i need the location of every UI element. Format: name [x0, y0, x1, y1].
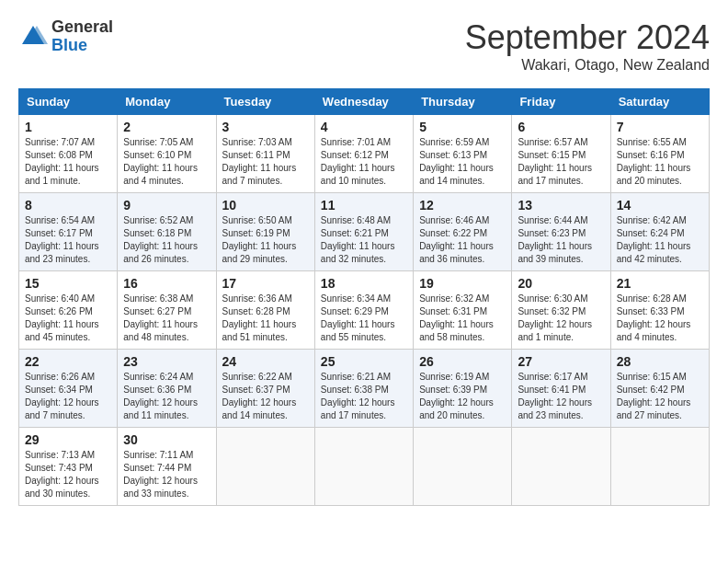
- calendar-cell: 1Sunrise: 7:07 AM Sunset: 6:08 PM Daylig…: [19, 115, 118, 193]
- day-number: 27: [518, 354, 604, 369]
- calendar-cell: [512, 428, 610, 506]
- day-number: 9: [123, 198, 210, 213]
- day-number: 17: [222, 276, 309, 291]
- day-number: 4: [321, 120, 407, 134]
- month-title: September 2024: [465, 18, 710, 57]
- day-info: Sunrise: 6:28 AM Sunset: 6:33 PM Dayligh…: [617, 293, 703, 344]
- calendar-cell: 23Sunrise: 6:24 AM Sunset: 6:36 PM Dayli…: [118, 350, 216, 428]
- weekday-header-friday: Friday: [512, 89, 610, 115]
- calendar-cell: 14Sunrise: 6:42 AM Sunset: 6:24 PM Dayli…: [610, 193, 709, 271]
- calendar-cell: 27Sunrise: 6:17 AM Sunset: 6:41 PM Dayli…: [512, 350, 610, 428]
- day-info: Sunrise: 6:30 AM Sunset: 6:32 PM Dayligh…: [518, 293, 604, 344]
- title-block: September 2024 Wakari, Otago, New Zealan…: [465, 18, 710, 74]
- day-info: Sunrise: 6:50 AM Sunset: 6:19 PM Dayligh…: [222, 214, 309, 266]
- calendar-header-row: SundayMondayTuesdayWednesdayThursdayFrid…: [19, 89, 710, 115]
- day-info: Sunrise: 6:19 AM Sunset: 6:39 PM Dayligh…: [419, 371, 506, 422]
- calendar-cell: 22Sunrise: 6:26 AM Sunset: 6:34 PM Dayli…: [19, 350, 118, 428]
- logo-blue-text: Blue: [51, 37, 113, 55]
- day-info: Sunrise: 6:44 AM Sunset: 6:23 PM Dayligh…: [518, 214, 604, 266]
- calendar-cell: 16Sunrise: 6:38 AM Sunset: 6:27 PM Dayli…: [118, 271, 216, 350]
- day-info: Sunrise: 6:55 AM Sunset: 6:16 PM Dayligh…: [617, 136, 703, 188]
- calendar-cell: [414, 428, 512, 506]
- calendar-cell: 30Sunrise: 7:11 AM Sunset: 7:44 PM Dayli…: [118, 428, 216, 506]
- weekday-header-thursday: Thursday: [414, 89, 512, 115]
- day-info: Sunrise: 6:24 AM Sunset: 6:36 PM Dayligh…: [123, 371, 210, 422]
- logo-general-text: General: [51, 18, 113, 37]
- calendar-week-row: 1Sunrise: 7:07 AM Sunset: 6:08 PM Daylig…: [19, 115, 710, 193]
- day-number: 21: [617, 276, 703, 291]
- day-number: 11: [321, 198, 407, 213]
- calendar-cell: 6Sunrise: 6:57 AM Sunset: 6:15 PM Daylig…: [512, 115, 610, 193]
- day-number: 23: [123, 354, 210, 369]
- calendar-cell: 13Sunrise: 6:44 AM Sunset: 6:23 PM Dayli…: [512, 193, 610, 271]
- day-info: Sunrise: 6:34 AM Sunset: 6:29 PM Dayligh…: [321, 293, 407, 344]
- day-info: Sunrise: 7:01 AM Sunset: 6:12 PM Dayligh…: [321, 136, 407, 188]
- calendar-cell: 5Sunrise: 6:59 AM Sunset: 6:13 PM Daylig…: [414, 115, 512, 193]
- day-number: 29: [25, 432, 111, 447]
- logo-icon: [18, 22, 48, 52]
- calendar-week-row: 29Sunrise: 7:13 AM Sunset: 7:43 PM Dayli…: [19, 428, 710, 506]
- day-number: 12: [419, 198, 506, 213]
- calendar-cell: 18Sunrise: 6:34 AM Sunset: 6:29 PM Dayli…: [314, 271, 413, 350]
- day-number: 3: [222, 120, 309, 134]
- day-info: Sunrise: 6:42 AM Sunset: 6:24 PM Dayligh…: [617, 214, 703, 266]
- page-header: General Blue September 2024 Wakari, Otag…: [18, 18, 710, 74]
- calendar-cell: 2Sunrise: 7:05 AM Sunset: 6:10 PM Daylig…: [118, 115, 216, 193]
- calendar-cell: 24Sunrise: 6:22 AM Sunset: 6:37 PM Dayli…: [216, 350, 314, 428]
- calendar-cell: [314, 428, 413, 506]
- weekday-header-monday: Monday: [118, 89, 216, 115]
- day-number: 2: [123, 120, 210, 134]
- day-info: Sunrise: 6:59 AM Sunset: 6:13 PM Dayligh…: [419, 136, 506, 188]
- calendar-cell: 20Sunrise: 6:30 AM Sunset: 6:32 PM Dayli…: [512, 271, 610, 350]
- calendar-cell: 3Sunrise: 7:03 AM Sunset: 6:11 PM Daylig…: [216, 115, 314, 193]
- calendar-week-row: 22Sunrise: 6:26 AM Sunset: 6:34 PM Dayli…: [19, 350, 710, 428]
- calendar-week-row: 15Sunrise: 6:40 AM Sunset: 6:26 PM Dayli…: [19, 271, 710, 350]
- weekday-header-tuesday: Tuesday: [216, 89, 314, 115]
- logo: General Blue: [18, 18, 113, 55]
- day-info: Sunrise: 6:32 AM Sunset: 6:31 PM Dayligh…: [419, 293, 506, 344]
- day-number: 5: [419, 120, 506, 134]
- calendar-cell: 11Sunrise: 6:48 AM Sunset: 6:21 PM Dayli…: [314, 193, 413, 271]
- day-info: Sunrise: 7:07 AM Sunset: 6:08 PM Dayligh…: [25, 136, 111, 188]
- calendar-table: SundayMondayTuesdayWednesdayThursdayFrid…: [18, 88, 710, 506]
- day-info: Sunrise: 6:15 AM Sunset: 6:42 PM Dayligh…: [617, 371, 703, 422]
- calendar-cell: 21Sunrise: 6:28 AM Sunset: 6:33 PM Dayli…: [610, 271, 709, 350]
- day-info: Sunrise: 7:05 AM Sunset: 6:10 PM Dayligh…: [123, 136, 210, 188]
- day-number: 13: [518, 198, 604, 213]
- day-number: 10: [222, 198, 309, 213]
- calendar-cell: 9Sunrise: 6:52 AM Sunset: 6:18 PM Daylig…: [118, 193, 216, 271]
- calendar-cell: 15Sunrise: 6:40 AM Sunset: 6:26 PM Dayli…: [19, 271, 118, 350]
- day-number: 14: [617, 198, 703, 213]
- calendar-cell: 17Sunrise: 6:36 AM Sunset: 6:28 PM Dayli…: [216, 271, 314, 350]
- day-number: 18: [321, 276, 407, 291]
- calendar-cell: 12Sunrise: 6:46 AM Sunset: 6:22 PM Dayli…: [414, 193, 512, 271]
- day-number: 22: [25, 354, 111, 369]
- calendar-cell: 8Sunrise: 6:54 AM Sunset: 6:17 PM Daylig…: [19, 193, 118, 271]
- day-info: Sunrise: 7:03 AM Sunset: 6:11 PM Dayligh…: [222, 136, 309, 188]
- day-number: 15: [25, 276, 111, 291]
- day-info: Sunrise: 6:26 AM Sunset: 6:34 PM Dayligh…: [25, 371, 111, 422]
- calendar-cell: 7Sunrise: 6:55 AM Sunset: 6:16 PM Daylig…: [610, 115, 709, 193]
- day-number: 24: [222, 354, 309, 369]
- day-info: Sunrise: 6:38 AM Sunset: 6:27 PM Dayligh…: [123, 293, 210, 344]
- day-info: Sunrise: 6:22 AM Sunset: 6:37 PM Dayligh…: [222, 371, 309, 422]
- calendar-cell: [216, 428, 314, 506]
- weekday-header-saturday: Saturday: [610, 89, 709, 115]
- day-info: Sunrise: 6:17 AM Sunset: 6:41 PM Dayligh…: [518, 371, 604, 422]
- day-info: Sunrise: 6:21 AM Sunset: 6:38 PM Dayligh…: [321, 371, 407, 422]
- calendar-cell: 19Sunrise: 6:32 AM Sunset: 6:31 PM Dayli…: [414, 271, 512, 350]
- day-number: 25: [321, 354, 407, 369]
- day-number: 7: [617, 120, 703, 134]
- day-info: Sunrise: 6:54 AM Sunset: 6:17 PM Dayligh…: [25, 214, 111, 266]
- day-number: 6: [518, 120, 604, 134]
- calendar-cell: 26Sunrise: 6:19 AM Sunset: 6:39 PM Dayli…: [414, 350, 512, 428]
- day-number: 20: [518, 276, 604, 291]
- day-info: Sunrise: 7:13 AM Sunset: 7:43 PM Dayligh…: [25, 449, 111, 500]
- day-info: Sunrise: 7:11 AM Sunset: 7:44 PM Dayligh…: [123, 449, 210, 500]
- location-title: Wakari, Otago, New Zealand: [465, 57, 710, 74]
- day-info: Sunrise: 6:40 AM Sunset: 6:26 PM Dayligh…: [25, 293, 111, 344]
- day-number: 28: [617, 354, 703, 369]
- day-number: 26: [419, 354, 506, 369]
- calendar-cell: 10Sunrise: 6:50 AM Sunset: 6:19 PM Dayli…: [216, 193, 314, 271]
- day-number: 30: [123, 432, 210, 447]
